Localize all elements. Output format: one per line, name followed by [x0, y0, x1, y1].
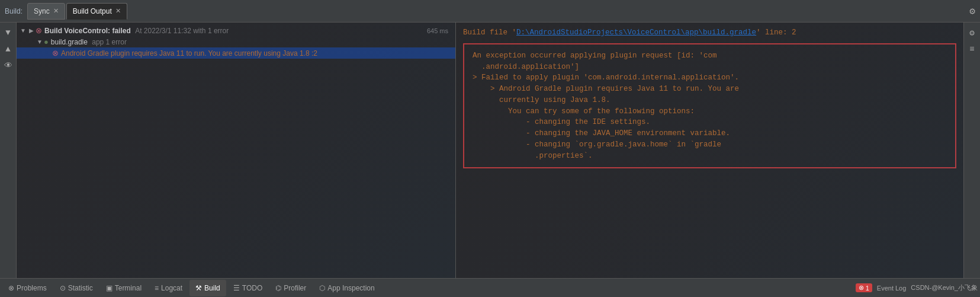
tree-row-build[interactable]: ▼ ▶ ⊗ Build VoiceControl: failed At 2022…	[17, 25, 455, 36]
error-line-5: currently using Java 1.8.	[473, 95, 947, 106]
todo-tab[interactable]: ☰ TODO	[227, 280, 268, 296]
sync-tab-label: Sync	[34, 7, 50, 15]
left-panel: ▼ ▲ 👁 ▼ ▶ ⊗ Build VoiceControl: failed A…	[0, 23, 456, 278]
expand-all-icon[interactable]: ▼	[2, 26, 15, 39]
terminal-tab[interactable]: ▣ Terminal	[100, 280, 147, 296]
error-line-3: > Failed to apply plugin 'com.android.in…	[473, 72, 947, 84]
error-line-2: .android.application']	[473, 62, 947, 73]
error-badge-icon: ⊗	[859, 284, 864, 292]
build-output-tab[interactable]: Build Output ✕	[66, 3, 127, 20]
error-icon-1: ⊗	[36, 26, 42, 35]
todo-label: TODO	[242, 284, 262, 292]
top-bar: Build: Sync ✕ Build Output ✕ ⚙	[0, 0, 980, 23]
bottom-bar: ⊗ Problems ⊙ Statistic ▣ Terminal ≡ Logc…	[0, 278, 980, 297]
app-inspection-icon: ⬡	[319, 284, 325, 292]
build-bottom-label: Build	[204, 284, 220, 292]
build-row-label: Build VoiceControl: failed At 2022/3/1 1…	[44, 27, 229, 35]
logcat-tab[interactable]: ≡ Logcat	[149, 280, 188, 296]
settings-icon-right[interactable]: ⚙	[966, 26, 979, 39]
right-panel: ⚙ ≡ Build file 'D:\AndroidStudioProjects…	[456, 23, 980, 278]
statistic-label: Statistic	[68, 284, 93, 292]
error-line-10: .properties`.	[473, 151, 947, 162]
logcat-icon: ≡	[155, 284, 159, 292]
error-icon-2: ⊗	[52, 49, 59, 58]
build-tree: ▼ ▶ ⊗ Build VoiceControl: failed At 2022…	[17, 23, 455, 278]
gradle-row-label: build.gradle app 1 error	[51, 38, 127, 46]
terminal-label: Terminal	[115, 284, 142, 292]
output-area[interactable]: Build file 'D:\AndroidStudioProjects\Voi…	[456, 23, 963, 278]
error-badge-count: 1	[866, 285, 869, 292]
expand-arrow-2: ▼	[36, 39, 44, 45]
error-line-1: An exception occurred applying plugin re…	[473, 50, 947, 62]
problems-label: Problems	[17, 284, 47, 292]
output-line-1: Build file 'D:\AndroidStudioProjects\Voi…	[463, 27, 956, 39]
error-box: An exception occurred applying plugin re…	[463, 43, 956, 169]
list-icon[interactable]: ≡	[966, 43, 979, 56]
csdn-label: CSDN-@Kevin_小飞象	[911, 283, 978, 292]
collapse-icon[interactable]: ▲	[2, 43, 15, 56]
app-inspection-tab[interactable]: ⬡ App Inspection	[313, 280, 380, 296]
todo-icon: ☰	[233, 284, 240, 292]
app-inspection-label: App Inspection	[327, 284, 374, 292]
profiler-tab[interactable]: ⌬ Profiler	[269, 280, 312, 296]
build-file-link[interactable]: D:\AndroidStudioProjects\VoiceControl\ap…	[516, 28, 756, 37]
event-log-label[interactable]: Event Log	[877, 285, 907, 292]
sync-tab[interactable]: Sync ✕	[27, 3, 65, 20]
problems-tab[interactable]: ⊗ Problems	[2, 280, 53, 296]
error-row-label: Android Gradle plugin requires Java 11 t…	[61, 49, 317, 58]
tree-row-error[interactable]: ⊗ Android Gradle plugin requires Java 11…	[17, 47, 455, 59]
bottom-right-area: ⊗ 1 Event Log CSDN-@Kevin_小飞象	[856, 283, 978, 292]
build-label: Build:	[5, 7, 23, 15]
error-line-4: > Android Gradle plugin requires Java 11…	[473, 84, 947, 95]
problems-icon: ⊗	[8, 284, 14, 292]
error-line-9: - changing `org.gradle.java.home` in `gr…	[473, 139, 947, 151]
terminal-icon: ▣	[106, 284, 113, 292]
success-icon-1: ●	[44, 37, 49, 46]
profiler-icon: ⌬	[275, 284, 281, 292]
error-line-8: - changing the JAVA_HOME environment var…	[473, 128, 947, 139]
expand-arrow-1: ▼	[19, 27, 27, 34]
error-line-7: - changing the IDE settings.	[473, 117, 947, 128]
main-content: ▼ ▲ 👁 ▼ ▶ ⊗ Build VoiceControl: failed A…	[0, 23, 980, 278]
sync-tab-close[interactable]: ✕	[53, 7, 59, 15]
logcat-label: Logcat	[161, 284, 182, 292]
profiler-label: Profiler	[284, 284, 306, 292]
right-toolbar: ⚙ ≡	[963, 23, 980, 278]
settings-icon[interactable]: ⚙	[969, 5, 975, 17]
timing-badge: 645 ms	[427, 27, 453, 34]
left-toolbar: ▼ ▲ 👁	[0, 23, 17, 278]
error-badge[interactable]: ⊗ 1	[856, 283, 872, 292]
statistic-tab[interactable]: ⊙ Statistic	[54, 280, 99, 296]
build-output-tab-label: Build Output	[73, 7, 112, 15]
eye-icon[interactable]: 👁	[2, 59, 15, 72]
tree-row-gradle[interactable]: ▼ ● build.gradle app 1 error	[17, 36, 455, 47]
error-line-6: You can try some of the following option…	[473, 106, 947, 117]
expand-arrow-1b: ▶	[27, 27, 36, 34]
statistic-icon: ⊙	[60, 284, 66, 292]
build-icon: ⚒	[195, 284, 202, 292]
build-output-tab-close[interactable]: ✕	[115, 7, 121, 15]
build-tab[interactable]: ⚒ Build	[189, 280, 226, 296]
